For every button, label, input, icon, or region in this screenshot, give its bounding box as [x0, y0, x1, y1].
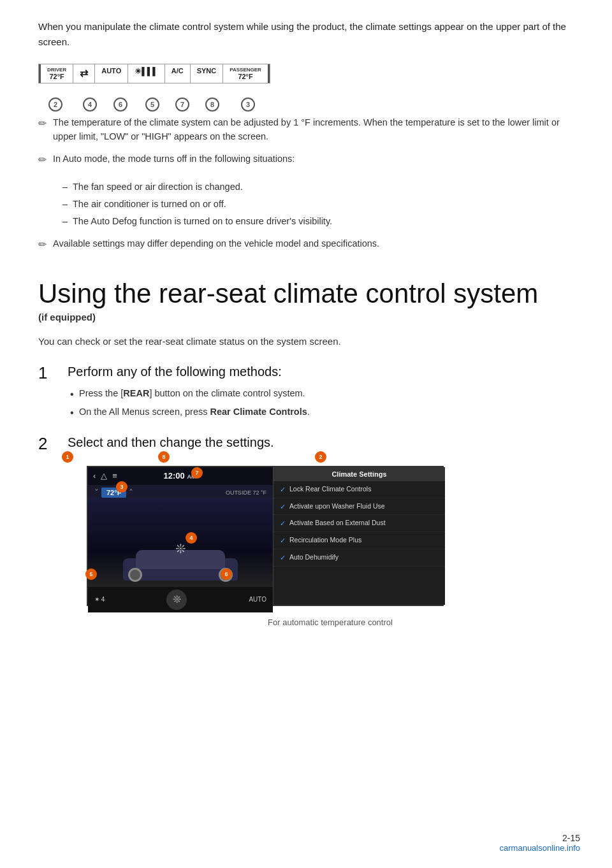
temp-down-arrow[interactable]: ˅ [94, 488, 99, 498]
section-subtitle: (if equipped) [38, 312, 574, 322]
section-intro: You can check or set the rear-seat clima… [38, 334, 574, 349]
sub-item-1: The fan speed or air direction is change… [62, 180, 574, 194]
screen-top-bar: ‹ △ ≡ 12:00 AM [88, 467, 273, 485]
sync-label: SYNC [191, 64, 224, 83]
climate-bar-container: DRIVER 72°F ⇄ AUTO ☀▌▌▌ A/C SYNC PASSENG… [38, 62, 574, 112]
step-1-number: 1 [38, 363, 57, 383]
note-icon-3: ✏ [38, 237, 47, 253]
climate-bar: DRIVER 72°F ⇄ AUTO ☀▌▌▌ A/C SYNC PASSENG… [38, 64, 270, 83]
num-label-2: 2 [48, 98, 62, 112]
step-1: 1 Perform any of the following methods: … [38, 363, 574, 422]
bottom-control-bar: ✶ 4 ❊ AUTO [88, 587, 273, 612]
auto-mode-label: AUTO [249, 596, 266, 603]
screen-label-2: 2 [315, 451, 326, 463]
num-label-4: 4 [83, 98, 97, 112]
section-title: Using the rear-seat climate control syst… [38, 278, 574, 309]
check-icon-5: ✓ [280, 553, 286, 563]
screen-label-5: 5 [85, 568, 97, 580]
setting-dehumidify[interactable]: ✓ Auto Dehumidify [273, 549, 445, 567]
num-label-7: 7 [175, 98, 189, 112]
note-1: ✏ The temperature of the climate system … [38, 115, 574, 144]
screen-label-8: 8 [158, 451, 170, 463]
note-icon-2: ✏ [38, 152, 47, 168]
num-label-8: 8 [205, 98, 219, 112]
sub-bullets: The fan speed or air direction is change… [62, 180, 574, 229]
fan-speed-display: ✶ 4 [94, 596, 105, 603]
back-icon: ‹ [93, 471, 96, 481]
auto-label: AUTO [95, 64, 128, 83]
num-label-6: 6 [113, 98, 127, 112]
time-display: 12:00 AM [117, 471, 242, 481]
step-2-title: Select and then change the settings. [68, 434, 574, 451]
setting-label-4: Recirculation Mode Plus [289, 535, 361, 544]
screen-label-1: 1 [62, 451, 73, 463]
home-icon: △ [101, 471, 107, 481]
num-label-5: 5 [145, 98, 159, 112]
intro-paragraph: When you manipulate the climate control … [38, 19, 574, 50]
num-label-3: 3 [241, 98, 255, 112]
screen-label-6: 6 [221, 568, 232, 580]
screen-right-panel: Climate Settings ✓ Lock Rear Climate Con… [273, 467, 445, 605]
note-icon-1: ✏ [38, 116, 47, 132]
screen-caption: For automatic temperature control [87, 618, 574, 627]
setting-external-dust[interactable]: ✓ Activate Based on External Dust [273, 515, 445, 532]
car-visual: ❊ [88, 498, 273, 587]
sub-item-2: The air conditioner is turned on or off. [62, 197, 574, 212]
step-1-title: Perform any of the following methods: [68, 363, 574, 380]
check-icon-3: ✓ [280, 519, 286, 528]
notes-list-2: ✏ Available settings may differ dependin… [38, 236, 574, 253]
page-number: 2-15 [500, 833, 580, 843]
fan-icon: ☀▌▌▌ [128, 64, 165, 83]
screen-label-7: 7 [191, 467, 203, 479]
screen-wrapper: 1 8 7 2 3 4 5 6 [68, 457, 444, 612]
check-icon-1: ✓ [280, 485, 286, 495]
setting-recirculation[interactable]: ✓ Recirculation Mode Plus [273, 532, 445, 549]
screen-label-3: 3 [116, 481, 127, 493]
passenger-temp: PASSENGER 72°F [223, 64, 270, 83]
check-icon-2: ✓ [280, 502, 286, 512]
step-1-bullet-2: On the All Menus screen, press Rear Clim… [68, 405, 574, 419]
knob-icon: ❊ [173, 593, 181, 605]
sub-item-3: The Auto Defog function is turned on to … [62, 214, 574, 229]
screen-label-4: 4 [186, 532, 197, 544]
page-footer: 2-15 carmanualsonline.info [500, 833, 580, 853]
sync-arrow-icon: ⇄ [73, 64, 95, 83]
setting-lock-rear[interactable]: ✓ Lock Rear Climate Controls [273, 481, 445, 498]
screen-display: ‹ △ ≡ 12:00 AM [87, 466, 444, 606]
setting-label-2: Activate upon Washer Fluid Use [289, 502, 385, 510]
fan-knob[interactable]: ❊ [166, 590, 187, 610]
climate-settings-title: Climate Settings [273, 467, 445, 481]
site-url: carmanualsonline.info [500, 843, 580, 853]
step-2-number: 2 [38, 434, 57, 454]
setting-washer-fluid[interactable]: ✓ Activate upon Washer Fluid Use [273, 498, 445, 516]
setting-label-5: Auto Dehumidify [289, 553, 339, 561]
notes-list: ✏ The temperature of the climate system … [38, 115, 574, 168]
step-2: 2 Select and then change the settings. 1… [38, 434, 574, 646]
driver-temp: DRIVER 72°F [39, 64, 73, 83]
menu-icon: ≡ [112, 471, 117, 481]
setting-label-1: Lock Rear Climate Controls [289, 484, 371, 493]
temp-up-arrow[interactable]: ˄ [129, 488, 133, 498]
step-2-content: Select and then change the settings. 1 8… [68, 434, 574, 646]
setting-label-3: Activate Based on External Dust [289, 518, 386, 527]
outside-temp: OUTSIDE 72 °F [226, 489, 266, 496]
note-3: ✏ Available settings may differ dependin… [38, 236, 574, 253]
step-1-bullets: Press the [REAR] button on the climate c… [68, 386, 574, 419]
check-icon-4: ✓ [280, 536, 286, 546]
note-2: ✏ In Auto mode, the mode turns off in th… [38, 152, 574, 168]
nav-icons: ‹ △ ≡ [93, 471, 117, 481]
fan-visual-icon: ❊ [175, 541, 186, 556]
ac-label: A/C [165, 64, 191, 83]
step-1-bullet-1: Press the [REAR] button on the climate c… [68, 386, 574, 401]
step-1-content: Perform any of the following methods: Pr… [68, 363, 574, 422]
